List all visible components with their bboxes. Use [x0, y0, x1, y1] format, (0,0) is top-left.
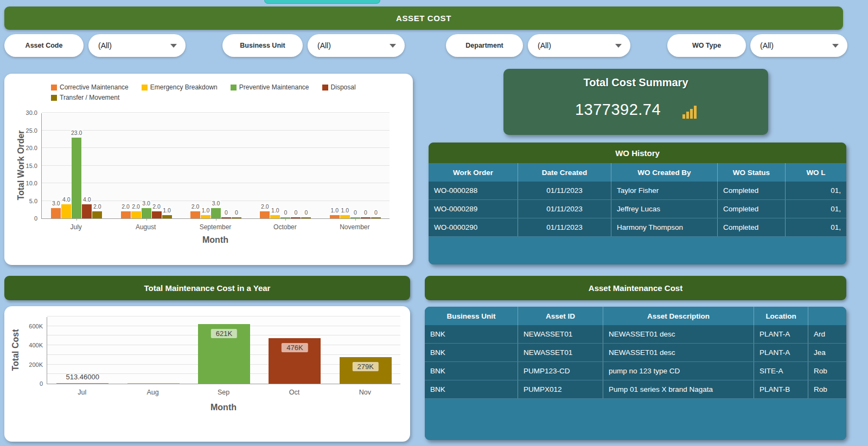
column-header[interactable]: Location — [754, 307, 808, 325]
bar-august-corrective-maintenance[interactable] — [121, 211, 131, 218]
legend-swatch-icon — [142, 85, 148, 91]
bar-jul[interactable] — [56, 383, 108, 384]
bar-august-preventive-maintenance[interactable] — [142, 208, 151, 219]
bar-value-label: 1.0 — [340, 207, 349, 214]
bar-value-label: 476K — [282, 343, 308, 352]
bar-november-emergency-breakdown[interactable] — [340, 215, 350, 219]
table-cell: NEWASSET01 desc — [603, 344, 754, 361]
y-tick-label: 200K — [19, 361, 43, 368]
bar-july-disposal[interactable] — [82, 204, 92, 218]
legend-item-transfer-movement[interactable]: Transfer / Movement — [51, 94, 119, 101]
column-header[interactable]: Date Created — [518, 163, 611, 182]
y-tick-label: 20.0 — [14, 145, 37, 151]
bar-october-corrective-maintenance[interactable] — [260, 211, 270, 218]
bar-july-transfer-movement[interactable] — [92, 211, 102, 218]
asset-maintenance-footer — [425, 399, 846, 440]
filter-dropdown-business-unit[interactable]: (All) — [308, 34, 405, 57]
table-row[interactable]: BNKPUMPX012Pump 01 series X brand Nagata… — [425, 380, 846, 399]
x-tick-label: July — [41, 223, 111, 231]
legend-item-preventive-maintenance[interactable]: Preventive Maintenance — [231, 83, 309, 91]
filter-selected-value: (All) — [98, 41, 112, 50]
table-row[interactable]: BNKNEWASSET01NEWASSET01 descPLANT-AJea — [425, 344, 846, 362]
bar-september-disposal[interactable] — [221, 217, 231, 218]
total-cost-value: 1377392.74 — [575, 101, 661, 119]
bar-october-transfer-movement[interactable] — [301, 217, 311, 218]
table-cell: Completed — [718, 200, 786, 218]
legend-label: Preventive Maintenance — [239, 83, 309, 91]
x-axis-title: Month — [41, 235, 390, 245]
table-cell: NEWASSET01 desc — [603, 325, 754, 343]
column-header[interactable] — [808, 307, 846, 325]
table-cell: 01, — [786, 182, 846, 199]
table-cell: PLANT-A — [754, 344, 808, 361]
bar-november-preventive-maintenance[interactable] — [350, 217, 360, 218]
bar-november-transfer-movement[interactable] — [371, 217, 381, 218]
filter-label-department: Department — [446, 34, 523, 57]
filter-dropdown-wo-type[interactable]: (All) — [750, 34, 847, 57]
table-cell: 01, — [786, 200, 846, 218]
legend-item-corrective-maintenance[interactable]: Corrective Maintenance — [51, 83, 129, 91]
wo-history-table: Work OrderDate CreatedWO Created ByWO St… — [429, 163, 846, 237]
bar-july-emergency-breakdown[interactable] — [61, 204, 71, 218]
bar-july-preventive-maintenance[interactable] — [72, 138, 81, 219]
bar-july-corrective-maintenance[interactable] — [51, 208, 61, 219]
bar-august-transfer-movement[interactable] — [162, 215, 172, 219]
table-cell: pump no 123 type CD — [603, 362, 754, 380]
bar-value-label: 4.0 — [82, 196, 92, 203]
bar-value-label: 279K — [353, 362, 379, 371]
bar-october-preventive-maintenance[interactable] — [280, 217, 290, 218]
table-cell: Rob — [808, 380, 846, 398]
table-cell: 01/11/2023 — [518, 218, 611, 236]
bar-october-disposal[interactable] — [291, 217, 301, 218]
table-cell: SITE-A — [754, 362, 808, 380]
maintenance-cost-title: Total Maintenance Cost in a Year — [4, 276, 410, 300]
bar-value-label: 0 — [353, 209, 358, 216]
bar-value-label: 2.0 — [131, 203, 141, 210]
table-cell: WO-0000290 — [429, 218, 518, 236]
bar-september-transfer-movement[interactable] — [232, 217, 241, 218]
asset-maintenance-table: Business UnitAsset IDAsset DescriptionLo… — [425, 307, 846, 399]
table-cell: Rob — [808, 362, 846, 380]
table-cell: PLANT-A — [754, 325, 808, 343]
asset-maintenance-panel: Business UnitAsset IDAsset DescriptionLo… — [425, 307, 846, 440]
bar-value-label: 3.0 — [212, 200, 221, 206]
table-row[interactable]: WO-000028901/11/2023Jeffrey LucasComplet… — [429, 200, 846, 218]
table-row[interactable]: WO-000028801/11/2023Taylor FisherComplet… — [429, 182, 846, 200]
bar-november-disposal[interactable] — [361, 217, 371, 218]
legend-item-emergency-breakdown[interactable]: Emergency Breakdown — [142, 83, 218, 91]
table-row[interactable]: WO-000029001/11/2023Harmony ThompsonComp… — [429, 218, 846, 237]
column-header[interactable]: Work Order — [429, 163, 518, 182]
column-header[interactable]: WO L — [786, 163, 846, 182]
bar-november-corrective-maintenance[interactable] — [330, 215, 340, 219]
column-header[interactable]: Asset ID — [518, 307, 603, 325]
column-header[interactable]: Asset Description — [603, 307, 754, 325]
bar-september-preventive-maintenance[interactable] — [211, 208, 221, 219]
column-header[interactable]: Business Unit — [425, 307, 518, 325]
filter-dropdown-department[interactable]: (All) — [528, 34, 630, 57]
bar-august-disposal[interactable] — [152, 211, 162, 218]
legend-item-disposal[interactable]: Disposal — [322, 83, 356, 91]
bar-value-label: 0 — [293, 209, 298, 216]
table-cell: WO-0000289 — [429, 200, 518, 218]
table-cell: NEWASSET01 — [518, 325, 603, 343]
bar-august-emergency-breakdown[interactable] — [131, 211, 141, 218]
legend-swatch-icon — [51, 95, 57, 101]
column-header[interactable]: WO Status — [718, 163, 786, 182]
table-cell: 01/11/2023 — [518, 200, 611, 218]
chevron-down-icon — [170, 44, 177, 48]
table-cell: 01/11/2023 — [518, 182, 611, 199]
legend-swatch-icon — [322, 85, 328, 91]
bar-october-emergency-breakdown[interactable] — [270, 215, 280, 219]
bar-value-label: 2.0 — [93, 203, 102, 210]
table-row[interactable]: BNKPUMP123-CDpump no 123 type CDSITE-ARo… — [425, 362, 846, 380]
bar-september-emergency-breakdown[interactable] — [201, 215, 210, 219]
table-row[interactable]: BNKNEWASSET01NEWASSET01 descPLANT-AArd — [425, 325, 846, 344]
table-cell: Taylor Fisher — [611, 182, 718, 199]
bar-september-corrective-maintenance[interactable] — [190, 211, 200, 218]
column-header[interactable]: WO Created By — [611, 163, 718, 182]
filter-dropdown-asset-code[interactable]: (All) — [88, 34, 186, 57]
maintenance-cost-chart-card: Total Cost 0200K400K600K513.46000621K476… — [4, 306, 410, 442]
bar-aug[interactable] — [127, 383, 180, 384]
top-page-tab[interactable] — [264, 0, 380, 4]
bar-value-label: 0 — [234, 209, 239, 216]
